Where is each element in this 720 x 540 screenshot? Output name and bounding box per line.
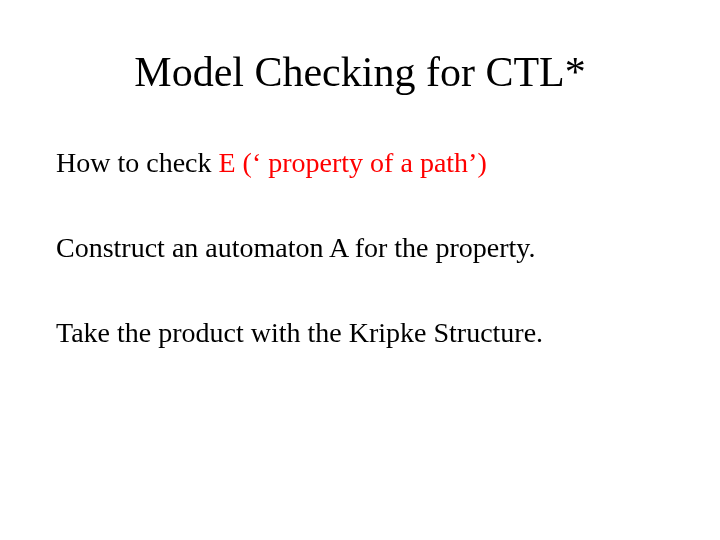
line1-text-b: E (‘ property of a path’) [219, 147, 487, 178]
slide: Model Checking for CTL* How to check E (… [0, 0, 720, 540]
body-line-3: Take the product with the Kripke Structu… [56, 315, 664, 350]
body-line-2: Construct an automaton A for the propert… [56, 230, 664, 265]
slide-title: Model Checking for CTL* [0, 48, 720, 96]
body-line-1: How to check E (‘ property of a path’) [56, 145, 664, 180]
slide-body: How to check E (‘ property of a path’) C… [56, 145, 664, 350]
line1-text-a: How to check [56, 147, 219, 178]
